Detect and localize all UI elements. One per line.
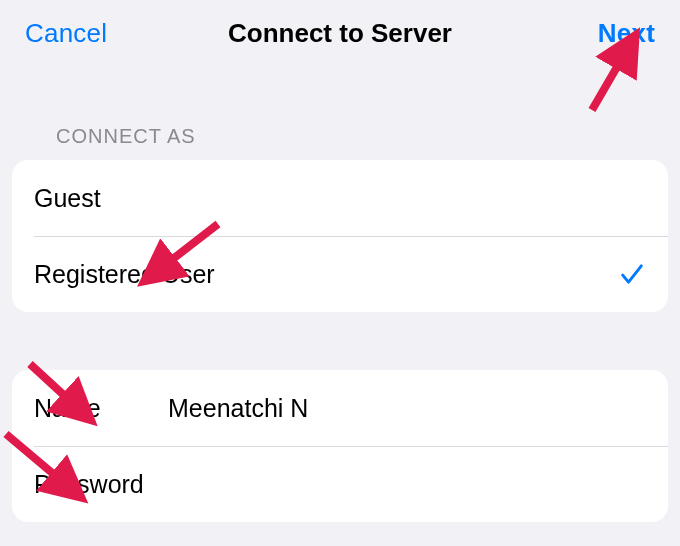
navigation-bar: Cancel Connect to Server Next: [0, 0, 680, 63]
name-field-row: Name: [12, 370, 668, 446]
name-input[interactable]: [168, 394, 646, 423]
option-label: Registered User: [34, 260, 215, 289]
page-title: Connect to Server: [135, 18, 545, 49]
next-button[interactable]: Next: [545, 18, 655, 49]
password-label: Password: [34, 470, 168, 499]
credentials-group: Name Password: [12, 370, 668, 522]
checkmark-icon: [618, 260, 646, 288]
name-label: Name: [34, 394, 168, 423]
connect-as-group: Guest Registered User: [12, 160, 668, 312]
password-field-row: Password: [12, 446, 668, 522]
connect-as-option-registered-user[interactable]: Registered User: [12, 236, 668, 312]
connect-as-header: Connect As: [0, 125, 680, 148]
connect-as-option-guest[interactable]: Guest: [12, 160, 668, 236]
password-input[interactable]: [168, 470, 646, 499]
option-label: Guest: [34, 184, 101, 213]
cancel-button[interactable]: Cancel: [25, 18, 135, 49]
